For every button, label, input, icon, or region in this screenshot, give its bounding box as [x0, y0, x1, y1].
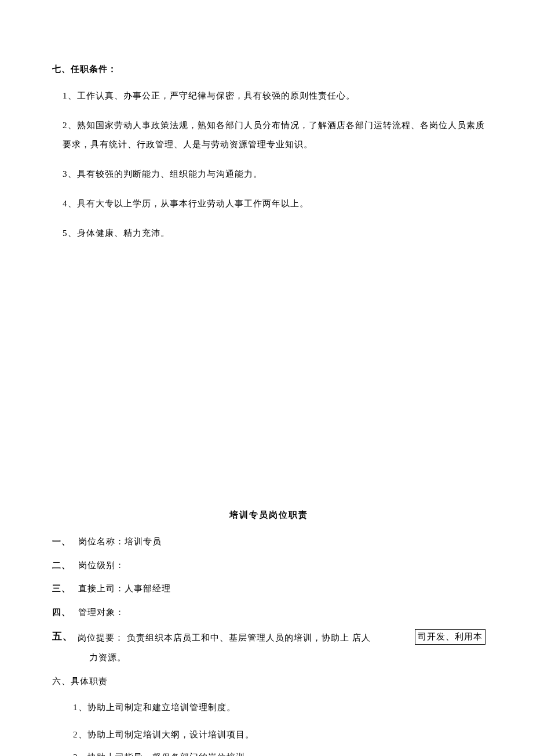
section-7-heading: 七、任职条件： [52, 63, 485, 76]
outline-text-2: 岗位级别： [78, 561, 125, 570]
outline-one: 一、 岗位名称：培训专员 [52, 535, 485, 548]
outline-text-3: 直接上司：人事部经理 [78, 584, 171, 593]
outline-five-label: 岗位提要： [78, 633, 124, 642]
outline-text-1: 岗位名称：培训专员 [78, 537, 162, 546]
document-title: 培训专员岗位职责 [52, 508, 485, 522]
outline-six: 六、具体职责 [52, 675, 485, 688]
outline-five-main: 负责组织本店员工和中、基层管理人员的培训，协助上 店人 [127, 633, 371, 642]
outline-num-2: 二、 [52, 559, 71, 572]
outline-five-content: 岗位提要： 负责组织本店员工和中、基层管理人员的培训，协助上 店人 [78, 629, 409, 646]
qualification-item-2: 2、熟知国家劳动人事政策法规，熟知各部门人员分布情况，了解酒店各部门运转流程、各… [52, 116, 485, 154]
outline-five-continuation: 力资源。 [52, 651, 485, 664]
outline-num-1: 一、 [52, 535, 71, 548]
duty-item-3: 3、协助上司指导、督促各部门的岗位培训 [63, 748, 485, 756]
outline-five: 五、 岗位提要： 负责组织本店员工和中、基层管理人员的培训，协助上 店人 司开发… [52, 629, 485, 664]
outline-text-4: 管理对象： [78, 608, 125, 617]
qualification-item-5: 5、身体健康、精力充沛。 [52, 224, 485, 243]
outline-four: 四、 管理对象： [52, 606, 485, 619]
qualification-item-3: 3、具有较强的判断能力、组织能力与沟通能力。 [52, 165, 485, 184]
duty-list: 1、协助上司制定和建立培训管理制度。 2、协助上司制定培训大纲，设计培训项目。 … [52, 698, 485, 756]
outline-two: 二、 岗位级别： [52, 559, 485, 572]
duty-item-1: 1、协助上司制定和建立培训管理制度。 [63, 698, 485, 717]
boxed-text: 司开发、利用本 [415, 629, 485, 645]
outline-num-6: 六、 [52, 677, 71, 686]
outline-num-4: 四、 [52, 606, 71, 619]
outline-num-5: 五、 [52, 629, 73, 644]
qualification-item-4: 4、具有大专以上学历，从事本行业劳动人事工作两年以上。 [52, 194, 485, 213]
outline-text-6: 具体职责 [71, 677, 108, 686]
duty-item-2: 2、协助上司制定培训大纲，设计培训项目。 [63, 725, 485, 744]
qualification-item-1: 1、工作认真、办事公正，严守纪律与保密，具有较强的原则性责任心。 [52, 86, 485, 106]
spacer [52, 253, 485, 508]
outline-three: 三、 直接上司：人事部经理 [52, 582, 485, 595]
outline-num-3: 三、 [52, 582, 71, 595]
